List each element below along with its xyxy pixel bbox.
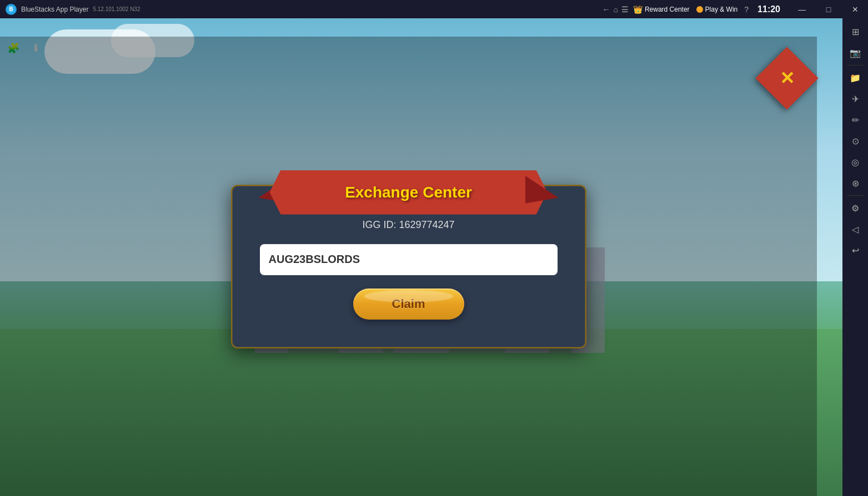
- dialog-overlay: Exchange Center IGG ID: 1629774247 Claim: [0, 37, 817, 496]
- back-icon[interactable]: ←: [602, 5, 610, 14]
- titlebar-nav-icons: ← ⌂ ☰: [598, 5, 633, 14]
- claim-button-label: Claim: [392, 297, 425, 311]
- claim-button[interactable]: Claim: [353, 289, 464, 320]
- crown-icon: 👑: [633, 5, 643, 14]
- sidebar-icon-4[interactable]: ✈: [845, 89, 865, 109]
- sidebar-return-icon[interactable]: ↩: [845, 240, 865, 260]
- help-icon[interactable]: ?: [744, 5, 749, 14]
- sidebar-icon-7[interactable]: ◎: [845, 152, 865, 172]
- minimize-button[interactable]: —: [789, 0, 815, 18]
- sidebar-divider-2: [847, 195, 864, 196]
- reward-center-button[interactable]: 👑 Reward Center: [633, 5, 690, 14]
- banner-right-wing: [525, 176, 559, 204]
- exchange-center-dialog: Exchange Center IGG ID: 1629774247 Claim: [231, 185, 586, 348]
- window-controls: — □ ✕: [789, 0, 868, 18]
- app-title: BlueStacks App Player: [21, 6, 88, 13]
- clock-display: 11:20: [749, 4, 789, 14]
- window-close-button[interactable]: ✕: [842, 0, 868, 18]
- play-win-circle-icon: [696, 6, 703, 13]
- sidebar-icon-1[interactable]: ⊞: [845, 22, 865, 42]
- menu-icon[interactable]: ☰: [621, 5, 629, 14]
- sidebar-settings-icon[interactable]: ⚙: [845, 198, 865, 218]
- sidebar-icon-6[interactable]: ⊙: [845, 131, 865, 151]
- dialog-banner: Exchange Center: [270, 170, 548, 215]
- app-logo: B: [6, 4, 17, 15]
- dialog-title: Exchange Center: [345, 184, 472, 201]
- igg-id-display: IGG ID: 1629774247: [362, 219, 454, 231]
- home-icon[interactable]: ⌂: [613, 5, 618, 14]
- sidebar-back-icon[interactable]: ◁: [845, 219, 865, 239]
- sidebar-icon-8[interactable]: ⊛: [845, 173, 865, 193]
- sidebar-icon-3[interactable]: 📁: [845, 68, 865, 88]
- titlebar-center: 👑 Reward Center Play & Win ?: [633, 5, 749, 14]
- reward-center-label: Reward Center: [645, 6, 690, 13]
- right-sidebar: ⊞ 📷 📁 ✈ ✏ ⊙ ◎ ⊛ ⚙ ◁ ↩: [842, 18, 868, 496]
- maximize-button[interactable]: □: [816, 0, 841, 18]
- play-win-button[interactable]: Play & Win: [696, 6, 738, 13]
- sidebar-divider-1: [847, 65, 864, 65]
- sidebar-icon-2[interactable]: 📷: [845, 43, 865, 63]
- titlebar-left: B BlueStacks App Player 5.12.101.1002 N3…: [0, 4, 598, 15]
- app-version: 5.12.101.1002 N32: [93, 6, 140, 12]
- sidebar-icon-5[interactable]: ✏: [845, 110, 865, 130]
- play-win-label: Play & Win: [705, 6, 738, 13]
- titlebar: B BlueStacks App Player 5.12.101.1002 N3…: [0, 0, 868, 18]
- game-area: 🧩 ⬇ Exchange Center IGG ID: 1629774247 C…: [0, 18, 842, 496]
- code-input[interactable]: [260, 244, 558, 275]
